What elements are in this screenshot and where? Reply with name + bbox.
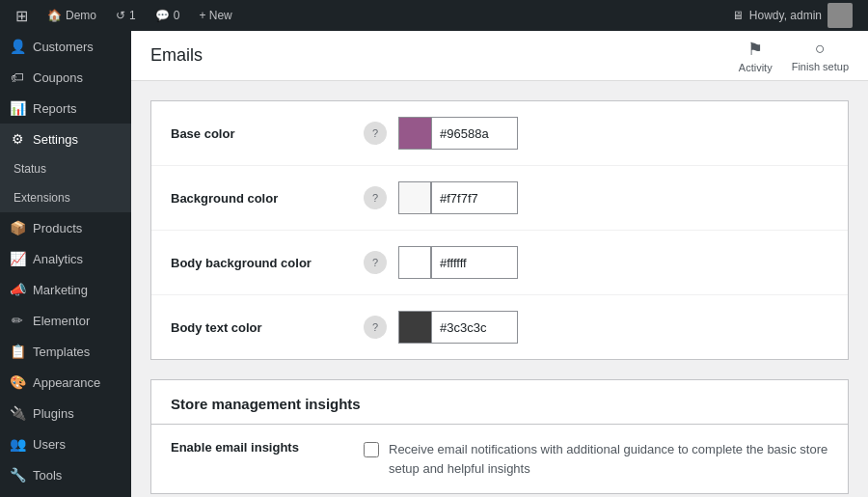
enable-insights-row: Enable email insights Receive email noti…: [151, 425, 848, 493]
coupons-icon: 🏷: [10, 69, 25, 85]
comments-count: 0: [174, 9, 180, 22]
body-background-color-input[interactable]: [431, 246, 518, 279]
comments-icon: 💬: [155, 9, 170, 22]
templates-icon: 📋: [10, 344, 25, 359]
sidebar-item-settings[interactable]: ⚙ Settings: [0, 124, 131, 154]
finish-setup-label: Finish setup: [792, 61, 849, 72]
base-color-input[interactable]: [431, 117, 518, 150]
tools-icon: 🔧: [10, 467, 25, 483]
updates-count: 1: [129, 9, 136, 22]
sidebar-item-appearance-label: Appearance: [33, 375, 100, 390]
products-icon: 📦: [10, 220, 25, 235]
settings-submenu: Status Extensions: [0, 154, 131, 212]
sidebar-item-analytics-label: Analytics: [33, 252, 83, 266]
background-color-help[interactable]: ?: [364, 186, 387, 209]
sidebar-item-analytics[interactable]: 📈 Analytics: [0, 243, 131, 274]
body-background-color-label: Body background color: [171, 256, 364, 270]
body-background-color-help[interactable]: ?: [364, 251, 387, 274]
wp-logo-icon: ⊞: [15, 7, 28, 25]
customers-icon: 👤: [10, 39, 25, 54]
site-name-button[interactable]: 🏠 Demo: [40, 0, 104, 31]
body-text-color-help[interactable]: ?: [364, 316, 387, 339]
sidebar-item-customers[interactable]: 👤 Customers: [0, 31, 131, 62]
topbar-actions: ⚑ Activity ○ Finish setup: [739, 39, 849, 73]
sidebar-item-settings2[interactable]: ⚙ Settings: [0, 490, 131, 497]
body-background-color-row: Body background color ?: [151, 231, 848, 295]
sidebar-item-plugins-label: Plugins: [33, 406, 74, 421]
updates-button[interactable]: ↺ 1: [108, 0, 144, 31]
content-area: Base color ? Background color ?: [131, 81, 868, 497]
body-text-color-input[interactable]: [431, 311, 518, 344]
background-color-row: Background color ?: [151, 166, 848, 231]
sidebar-item-appearance[interactable]: 🎨 Appearance: [0, 367, 131, 398]
body-text-color-swatch[interactable]: [398, 311, 431, 344]
layout: 👤 Customers 🏷 Coupons 📊 Reports ⚙ Settin…: [0, 31, 868, 497]
plugins-icon: 🔌: [10, 405, 25, 421]
users-icon: 👥: [10, 436, 25, 452]
activity-button[interactable]: ⚑ Activity: [739, 39, 773, 73]
wp-logo-button[interactable]: ⊞: [8, 0, 36, 31]
sidebar-item-users[interactable]: 👥 Users: [0, 428, 131, 459]
background-color-field: [398, 181, 518, 214]
sidebar-item-templates-label: Templates: [33, 345, 90, 359]
sidebar-item-tools[interactable]: 🔧 Tools: [0, 459, 131, 490]
marketing-icon: 📣: [10, 282, 25, 297]
sidebar-item-coupons-label: Coupons: [33, 70, 83, 85]
insights-form: Enable email insights Receive email noti…: [150, 424, 849, 494]
avatar: [827, 3, 853, 28]
sidebar-item-extensions-label: Extensions: [14, 191, 70, 205]
insights-content: Receive email notifications with additio…: [364, 440, 828, 478]
appearance-icon: 🎨: [10, 374, 25, 390]
updates-icon: ↺: [116, 9, 125, 22]
base-color-field: [398, 117, 518, 150]
base-color-help[interactable]: ?: [364, 122, 387, 145]
background-color-input[interactable]: [431, 181, 518, 214]
sidebar-item-reports-label: Reports: [33, 101, 77, 116]
insights-description: Receive email notifications with additio…: [389, 440, 828, 478]
admin-bar: ⊞ 🏠 Demo ↺ 1 💬 0 + New 🖥 Howdy, admin: [0, 0, 868, 31]
body-text-color-field: [398, 311, 518, 344]
screen-icon: 🖥: [732, 9, 744, 22]
body-text-color-label: Body text color: [171, 320, 364, 335]
analytics-icon: 📈: [10, 251, 25, 266]
new-button[interactable]: + New: [191, 0, 239, 31]
sidebar-item-reports[interactable]: 📊 Reports: [0, 93, 131, 124]
base-color-row: Base color ?: [151, 101, 848, 166]
sidebar-item-customers-label: Customers: [33, 40, 94, 54]
sidebar-item-templates[interactable]: 📋 Templates: [0, 336, 131, 367]
sidebar-item-tools-label: Tools: [33, 468, 62, 483]
page-title: Emails: [150, 45, 203, 66]
home-icon: 🏠: [47, 9, 62, 22]
sidebar-item-settings-label: Settings: [33, 132, 78, 147]
sidebar-item-elementor-label: Elementor: [33, 314, 90, 328]
sidebar-item-extensions[interactable]: Extensions: [0, 183, 131, 212]
finish-setup-button[interactable]: ○ Finish setup: [792, 39, 849, 72]
sidebar-item-plugins[interactable]: 🔌 Plugins: [0, 398, 131, 428]
comments-button[interactable]: 💬 0: [148, 0, 188, 31]
body-text-color-row: Body text color ?: [151, 295, 848, 359]
finish-setup-icon: ○: [815, 39, 826, 59]
elementor-icon: ✏: [10, 313, 25, 328]
sidebar-item-elementor[interactable]: ✏ Elementor: [0, 305, 131, 336]
insights-heading: Store management insights: [150, 379, 849, 424]
activity-icon: ⚑: [747, 39, 763, 60]
howdy-text: 🖥 Howdy, admin: [724, 3, 860, 28]
sidebar-item-products[interactable]: 📦 Products: [0, 212, 131, 243]
sidebar: 👤 Customers 🏷 Coupons 📊 Reports ⚙ Settin…: [0, 31, 131, 497]
base-color-label: Base color: [171, 126, 364, 141]
enable-insights-checkbox[interactable]: [364, 442, 379, 457]
body-background-color-swatch[interactable]: [398, 246, 431, 279]
base-color-swatch[interactable]: [398, 117, 431, 150]
sidebar-item-status[interactable]: Status: [0, 154, 131, 183]
sidebar-item-marketing[interactable]: 📣 Marketing: [0, 274, 131, 305]
site-name-label: Demo: [66, 9, 96, 22]
color-fields-section: Base color ? Background color ?: [150, 100, 849, 360]
enable-insights-label: Enable email insights: [171, 440, 364, 455]
body-background-color-field: [398, 246, 518, 279]
main-content: Emails ⚑ Activity ○ Finish setup Base co…: [131, 31, 868, 497]
sidebar-item-users-label: Users: [33, 437, 66, 452]
sidebar-item-coupons[interactable]: 🏷 Coupons: [0, 62, 131, 93]
background-color-swatch[interactable]: [398, 181, 431, 214]
sidebar-item-status-label: Status: [14, 162, 46, 176]
background-color-label: Background color: [171, 191, 364, 206]
